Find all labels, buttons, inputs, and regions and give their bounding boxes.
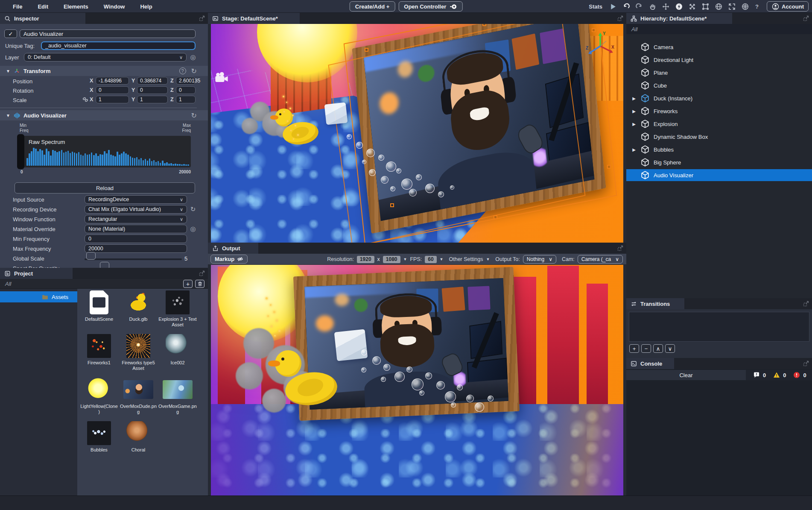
entity-name-field[interactable]: Audio Visualizer: [20, 29, 196, 38]
asset-overmoxdude[interactable]: OverMoxDude.png: [119, 378, 158, 421]
resolution-height-field[interactable]: 1080: [383, 256, 400, 263]
move-icon[interactable]: [662, 3, 669, 10]
global-scale-slider[interactable]: [85, 255, 182, 264]
output-viewport[interactable]: [211, 265, 623, 495]
stats-label[interactable]: Stats: [589, 3, 602, 10]
entity-enabled-checkbox[interactable]: ✓: [4, 29, 17, 38]
console-info-counter[interactable]: 0: [753, 372, 766, 378]
add-asset-button[interactable]: +: [183, 280, 193, 288]
menu-elements[interactable]: Elements: [64, 3, 88, 10]
scale-icon[interactable]: [688, 3, 696, 10]
output-popout-icon[interactable]: [617, 245, 624, 252]
expander-icon[interactable]: ▶: [631, 96, 637, 101]
fps-dropdown-icon[interactable]: ▼: [440, 257, 444, 261]
transition-move-down-button[interactable]: ∨: [665, 344, 675, 353]
hierarchy-item-camera[interactable]: Camera: [626, 41, 812, 53]
asset-duck-glb[interactable]: Duck.glb: [119, 290, 158, 334]
raw-spectrum-chart[interactable]: Raw Spectrum: [17, 136, 191, 167]
console-popout-icon[interactable]: [803, 360, 809, 367]
console-clear-button[interactable]: Clear: [626, 370, 746, 380]
play-icon[interactable]: [609, 3, 616, 10]
wireframe-handle[interactable]: [365, 48, 368, 52]
tab-stage[interactable]: Stage: DefaultScene*: [208, 13, 300, 24]
tab-inspector[interactable]: Inspector: [0, 13, 85, 24]
menu-window[interactable]: Window: [104, 3, 125, 10]
link-scale-icon[interactable]: [82, 96, 89, 104]
tab-project[interactable]: Project: [0, 268, 73, 279]
asset-ice002[interactable]: Ice002: [158, 334, 197, 378]
wireframe-handle[interactable]: [482, 24, 486, 26]
fps-field[interactable]: 60: [425, 256, 436, 263]
hierarchy-item-explosion[interactable]: ▶ Explosion: [626, 118, 812, 130]
hierarchy-item-cube[interactable]: Cube: [626, 79, 812, 91]
scale-z-input[interactable]: 1: [176, 96, 196, 103]
hierarchy-item-big-sphere[interactable]: Big Sphere: [626, 156, 812, 168]
tab-output[interactable]: Output: [208, 243, 258, 254]
asset-choral[interactable]: Choral: [119, 421, 158, 465]
recording-device-refresh-icon[interactable]: ↻: [189, 205, 197, 213]
menu-help[interactable]: Help: [140, 3, 152, 10]
globe-grid-icon[interactable]: [741, 3, 749, 10]
spect-bar-quantity-slider[interactable]: [85, 265, 182, 268]
transform-reset-icon[interactable]: ↻: [191, 67, 197, 75]
slider-thumb[interactable]: [86, 252, 96, 260]
transition-move-up-button[interactable]: ∧: [653, 344, 663, 353]
position-y-input[interactable]: 0.386874: [137, 77, 168, 85]
input-source-select[interactable]: RecordingDevice∨: [85, 195, 187, 204]
window-function-select[interactable]: Rectangular∨: [85, 215, 187, 223]
wireframe-handle[interactable]: [390, 203, 394, 207]
scale-y-input[interactable]: 1: [137, 96, 168, 103]
help-icon[interactable]: ?: [754, 3, 759, 10]
hierarchy-item-audio-visualizer[interactable]: Audio Visualizer: [626, 169, 812, 181]
asset-bubbles[interactable]: Bubbles: [79, 421, 119, 465]
tab-console[interactable]: Console: [626, 358, 674, 369]
asset-explosion3-text[interactable]: Explosion 3 + Text Asset: [158, 290, 197, 334]
transform-help-icon[interactable]: ?: [179, 67, 186, 74]
redo-icon[interactable]: [635, 3, 643, 10]
transform-section-header[interactable]: ▼ Transform ? ↻: [0, 66, 208, 76]
resolution-dropdown-icon[interactable]: ▼: [403, 257, 407, 261]
stage-popout-icon[interactable]: [617, 15, 624, 22]
hierarchy-item-duck-instance[interactable]: ▶ Duck (Instance): [626, 92, 812, 104]
account-button[interactable]: Account: [767, 1, 809, 12]
expander-icon[interactable]: ▶: [631, 147, 637, 152]
project-popout-icon[interactable]: [199, 270, 205, 277]
other-settings-dropdown-icon[interactable]: ▼: [486, 257, 490, 261]
physics-bolt-icon[interactable]: [675, 3, 683, 10]
asset-fireworks-type5[interactable]: Fireworks type5 Asset: [119, 334, 158, 378]
tab-hierarchy[interactable]: Hierarchy: DefaultScene*: [626, 13, 732, 24]
asset-lightyellow-clone[interactable]: LightYellow(Clone): [79, 378, 119, 421]
hierarchy-popout-icon[interactable]: [803, 15, 809, 22]
asset-overmoxgame[interactable]: OverMoxGame.png: [158, 378, 197, 421]
open-controller-button[interactable]: Open Controller: [398, 1, 462, 12]
hierarchy-item-directional-light[interactable]: Directional Light: [626, 54, 812, 66]
asset-defaultscene[interactable]: DefaultScene: [79, 290, 119, 334]
expander-icon[interactable]: ▶: [631, 109, 637, 114]
console-warning-counter[interactable]: 0: [773, 372, 786, 378]
transition-add-button[interactable]: +: [629, 344, 639, 353]
hierarchy-item-fireworks[interactable]: ▶ Fireworks: [626, 105, 812, 117]
cam-select[interactable]: Camera (_ca∨: [578, 255, 623, 264]
markup-toggle[interactable]: Markup: [210, 255, 248, 264]
audio-visualizer-section-header[interactable]: ▼ Audio Visualizer ↻: [0, 110, 208, 120]
layer-target-icon[interactable]: ◎: [189, 53, 197, 61]
hierarchy-item-plane[interactable]: Plane: [626, 67, 812, 79]
position-z-input[interactable]: 2.600135: [176, 77, 196, 85]
expander-icon[interactable]: ▶: [631, 122, 637, 126]
transitions-popout-icon[interactable]: [803, 300, 809, 307]
recording-device-select[interactable]: Chat Mix (Elgato Virtual Audio)∨: [85, 205, 187, 214]
menu-edit[interactable]: Edit: [38, 3, 48, 10]
material-override-target-icon[interactable]: ◎: [189, 225, 197, 233]
min-frequency-input[interactable]: 0: [85, 234, 187, 243]
other-settings-button[interactable]: Other Settings: [449, 256, 483, 262]
transitions-list[interactable]: [629, 312, 809, 342]
unique-tag-input[interactable]: _audio_visualizer: [41, 41, 196, 50]
rotation-x-input[interactable]: 0: [96, 86, 129, 94]
slider-track[interactable]: [85, 258, 182, 260]
rotation-z-input[interactable]: 0: [176, 86, 196, 94]
reload-button[interactable]: Reload: [15, 182, 195, 193]
bounds-frame-icon[interactable]: [701, 3, 709, 10]
scale-x-input[interactable]: 1: [96, 96, 129, 103]
audio-visualizer-reset-icon[interactable]: ↻: [191, 111, 197, 120]
output-to-select[interactable]: Nothing∨: [523, 255, 556, 264]
